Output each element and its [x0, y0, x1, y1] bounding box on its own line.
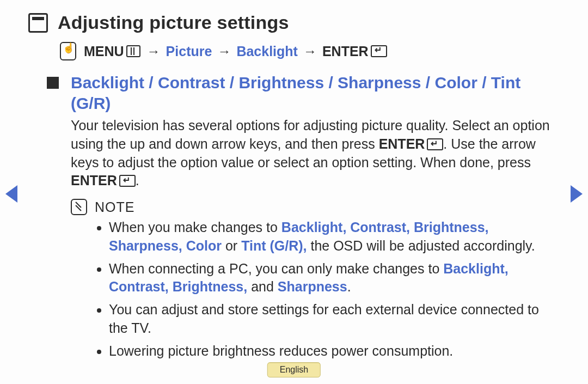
note-text: You can adjust and store settings for ea…: [109, 302, 539, 336]
breadcrumb-picture: Picture: [166, 44, 212, 59]
note-list: When you make changes to Backlight, Cont…: [71, 218, 563, 360]
page-title: Adjusting picture settings: [58, 12, 289, 33]
list-item: When you make changes to Backlight, Cont…: [109, 218, 563, 255]
breadcrumb-backlight: Backlight: [236, 44, 298, 59]
page-title-row: Adjusting picture settings: [28, 12, 566, 33]
list-item: When connecting a PC, you can only make …: [109, 260, 563, 297]
enter-icon: [119, 175, 136, 187]
breadcrumb-enter: ENTER: [322, 44, 369, 59]
note-header: NOTE: [71, 199, 563, 215]
section-heading: Backlight / Contrast / Brightness / Shar…: [71, 72, 563, 113]
note-icon: [71, 199, 87, 215]
highlight-text: Tint (G/R),: [241, 238, 307, 253]
manual-page: Adjusting picture settings MENU → Pictur…: [0, 0, 588, 384]
note-text: When you make changes to: [109, 220, 281, 235]
section-paragraph: Your television has several options for …: [71, 117, 563, 190]
prev-page-arrow[interactable]: [5, 185, 17, 203]
menu-icon: [126, 45, 140, 57]
hand-icon: [60, 42, 76, 60]
breadcrumb: MENU → Picture → Backlight → ENTER: [60, 42, 566, 60]
highlight-text: Sharpness: [278, 279, 347, 294]
next-page-arrow[interactable]: [571, 185, 583, 203]
section-body: Backlight / Contrast / Brightness / Shar…: [71, 72, 563, 364]
note-text: When connecting a PC, you can only make …: [109, 261, 443, 276]
arrow-icon: →: [217, 44, 231, 59]
para-text: .: [136, 173, 139, 188]
arrow-icon: →: [303, 44, 317, 59]
enter-icon: [371, 45, 387, 57]
note-text: .: [347, 279, 351, 294]
language-button[interactable]: English: [267, 362, 321, 377]
section-icon: [28, 13, 48, 33]
list-item: You can adjust and store settings for ea…: [109, 301, 563, 338]
note-text: or: [222, 238, 241, 253]
breadcrumb-menu: MENU: [84, 44, 124, 59]
note-block: NOTE When you make changes to Backlight,…: [71, 199, 563, 360]
arrow-icon: →: [147, 44, 161, 59]
enter-label: ENTER: [71, 173, 117, 188]
note-label: NOTE: [95, 199, 134, 215]
enter-icon: [427, 138, 443, 150]
note-text: Lowering picture brightness reduces powe…: [109, 343, 453, 358]
bullet-icon: [47, 77, 59, 89]
enter-label: ENTER: [379, 136, 425, 151]
list-item: Lowering picture brightness reduces powe…: [109, 342, 563, 361]
note-text: the OSD will be adjusted accordingly.: [307, 238, 535, 253]
note-text: and: [247, 279, 278, 294]
main-section: Backlight / Contrast / Brightness / Shar…: [47, 72, 563, 364]
